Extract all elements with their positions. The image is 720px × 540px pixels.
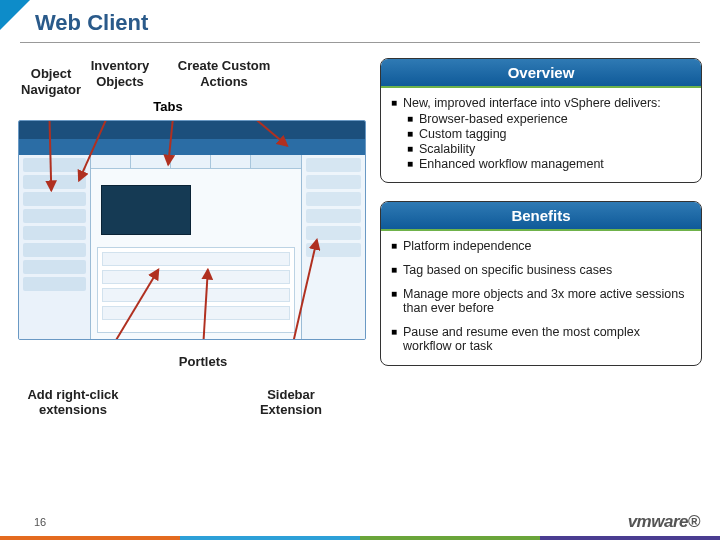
overview-lead: New, improved interface into vSphere del… xyxy=(403,96,691,110)
benefit-item: Manage more objects and 3x more active s… xyxy=(403,287,691,315)
benefit-item: Platform independence xyxy=(403,239,691,253)
overview-body: ■ New, improved interface into vSphere d… xyxy=(381,88,701,176)
benefits-header: Benefits xyxy=(381,202,701,231)
right-column: Overview ■ New, improved interface into … xyxy=(380,58,702,384)
callout-tabs: Tabs xyxy=(138,99,198,114)
bottom-callouts: Portlets Add right-click extensions Side… xyxy=(18,354,366,417)
overview-header: Overview xyxy=(381,59,701,88)
callout-inventory-objects: Inventory Objects xyxy=(84,58,156,89)
corner-accent xyxy=(0,0,30,30)
callout-object-navigator: Object Navigator xyxy=(18,66,84,97)
callout-sidebar-extension: Sidebar Extension xyxy=(246,387,336,417)
slide-title: Web Client xyxy=(35,10,148,36)
title-divider xyxy=(20,42,700,43)
left-column: Object Navigator Inventory Objects Creat… xyxy=(18,58,366,417)
benefits-panel: Benefits ■Platform independence ■Tag bas… xyxy=(380,201,702,366)
benefits-body: ■Platform independence ■Tag based on spe… xyxy=(381,231,701,359)
overview-item: Browser-based experience xyxy=(419,112,691,126)
webclient-screenshot xyxy=(18,120,366,340)
overview-panel: Overview ■ New, improved interface into … xyxy=(380,58,702,183)
overview-item: Scalability xyxy=(419,142,691,156)
footer-color-bar xyxy=(0,536,720,540)
callout-portlets: Portlets xyxy=(168,354,238,369)
callout-rightclick-extensions: Add right-click extensions xyxy=(18,387,128,417)
top-callout-row: Object Navigator Inventory Objects Creat… xyxy=(18,58,366,89)
benefit-item: Pause and resume even the most complex w… xyxy=(403,325,691,353)
vmware-logo: vmware® xyxy=(628,512,700,532)
overview-item: Custom tagging xyxy=(419,127,691,141)
overview-item: Enhanced workflow management xyxy=(419,157,691,171)
benefit-item: Tag based on specific business cases xyxy=(403,263,691,277)
callout-create-custom-actions: Create Custom Actions xyxy=(164,58,284,89)
slide-number: 16 xyxy=(34,516,46,528)
